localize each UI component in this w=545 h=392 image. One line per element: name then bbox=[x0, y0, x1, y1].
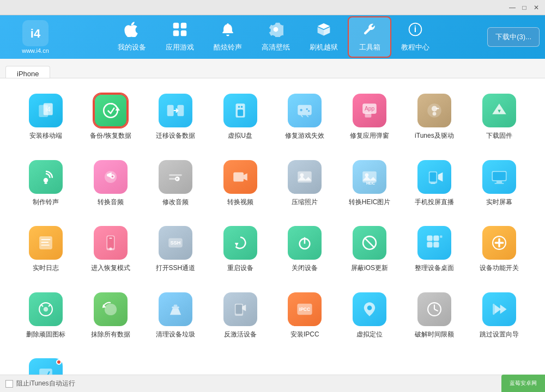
tool-screen-cast[interactable]: 手机投屏直播 bbox=[405, 156, 464, 211]
tool-icon-convert-audio bbox=[94, 160, 128, 194]
tool-migrate-data[interactable]: 迁移设备数据 bbox=[146, 89, 205, 145]
wrench-icon bbox=[362, 22, 377, 40]
tool-icon-block-ios-update bbox=[353, 226, 386, 260]
tool-icon-fix-game bbox=[288, 94, 322, 127]
itunes-checkbox[interactable] bbox=[5, 380, 13, 388]
tool-icon-real-screen bbox=[482, 160, 516, 194]
tool-icon-virtual-udisk bbox=[223, 94, 257, 127]
tool-fix-game[interactable]: 修复游戏失效 bbox=[275, 89, 335, 145]
nav-item-wallpaper[interactable]: 高清壁纸 bbox=[252, 17, 300, 57]
svg-point-21 bbox=[306, 108, 308, 110]
tool-backup-restore[interactable]: 备份/恢复数据 bbox=[81, 89, 141, 145]
tool-compress-photo[interactable]: 压缩照片 bbox=[275, 156, 335, 211]
tool-icon-compress-photo bbox=[288, 160, 322, 194]
tool-label-screen-cast: 手机投屏直播 bbox=[415, 198, 454, 207]
close-button[interactable]: ✕ bbox=[532, 3, 541, 12]
apple-icon bbox=[124, 22, 140, 40]
tool-itunes-driver[interactable]: iTunes及驱动 bbox=[405, 89, 464, 145]
svg-rect-53 bbox=[41, 239, 51, 240]
svg-rect-59 bbox=[110, 238, 112, 239]
tool-convert-video[interactable]: 转换视频 bbox=[210, 156, 270, 211]
tool-recovery-mode[interactable]: 进入恢复模式 bbox=[81, 222, 141, 277]
tool-label-edit-audio: 修改音频 bbox=[162, 198, 189, 207]
tool-deactivate[interactable]: 反激活设备 bbox=[210, 288, 270, 344]
tool-real-log[interactable]: 实时日志 bbox=[16, 222, 76, 277]
maximize-button[interactable]: □ bbox=[520, 3, 529, 12]
tool-delete-stubborn[interactable]: 删除顽固图标 bbox=[16, 288, 76, 344]
tool-icon-convert-heic: HEIC bbox=[353, 160, 386, 194]
tool-device-function[interactable]: 设备功能开关 bbox=[469, 222, 529, 277]
nav-item-toolbox[interactable]: 工具箱 bbox=[348, 16, 391, 58]
download-button[interactable]: 下载中(3)... bbox=[487, 27, 540, 47]
tool-virtual-udisk[interactable]: 虚拟U盘 bbox=[210, 89, 270, 145]
tool-icon-download-firmware: ▼ bbox=[482, 94, 516, 127]
tool-install-mobile[interactable]: i4 安装移动端 bbox=[16, 89, 76, 145]
nav-item-my-device[interactable]: 我的设备 bbox=[108, 17, 156, 57]
tool-restart-device[interactable]: 重启设备 bbox=[210, 222, 270, 277]
box-icon bbox=[316, 22, 331, 40]
tool-clean-junk[interactable]: 清理设备垃圾 bbox=[146, 288, 205, 344]
tool-label-delete-stubborn: 删除顽固图标 bbox=[26, 330, 65, 339]
tool-icon-convert-video bbox=[223, 160, 257, 194]
nav-item-tutorial[interactable]: i 教程中心 bbox=[391, 17, 439, 57]
tool-real-screen[interactable]: 实时屏幕 bbox=[469, 156, 529, 211]
nav-item-app-game[interactable]: 应用游戏 bbox=[156, 17, 204, 57]
tool-icon-clean-junk bbox=[159, 292, 192, 326]
tool-icon-migrate-data bbox=[159, 94, 192, 127]
itunes-label: 阻止iTunes自动运行 bbox=[16, 379, 75, 388]
tool-install-ipcc[interactable]: IPCC 安装IPCC bbox=[275, 288, 335, 344]
nav-label-tutorial: 教程中心 bbox=[401, 42, 429, 52]
svg-rect-77 bbox=[172, 307, 179, 308]
svg-text:i4: i4 bbox=[46, 106, 51, 113]
nav-item-jailbreak[interactable]: 刷机越狱 bbox=[300, 17, 348, 57]
svg-text:i: i bbox=[414, 24, 416, 34]
svg-rect-14 bbox=[167, 105, 174, 116]
tool-label-break-time: 破解时间限额 bbox=[415, 330, 454, 339]
tool-label-real-log: 实时日志 bbox=[33, 264, 59, 273]
tool-label-ssh-tunnel: 打开SSH通道 bbox=[156, 264, 196, 273]
tool-icon-screen-cast bbox=[417, 160, 451, 194]
tool-label-install-mobile: 安装移动端 bbox=[29, 132, 62, 140]
nav-label-jailbreak: 刷机越狱 bbox=[310, 42, 338, 52]
tool-icon-itunes-driver bbox=[417, 94, 451, 127]
svg-point-19 bbox=[240, 106, 242, 108]
tool-icon-device-function bbox=[482, 226, 516, 260]
tool-make-ringtone[interactable]: 制作铃声 bbox=[16, 156, 76, 211]
tool-icon-edit-audio bbox=[159, 160, 192, 194]
tab-iphone[interactable]: iPhone bbox=[5, 66, 50, 78]
tool-edit-audio[interactable]: 修改音频 bbox=[146, 156, 205, 211]
nav-item-ringtone[interactable]: 酷炫铃声 bbox=[204, 17, 252, 57]
svg-point-83 bbox=[367, 305, 372, 310]
tool-fix-popup[interactable]: App 修复应用弹窗 bbox=[340, 89, 399, 145]
tool-ssh-tunnel[interactable]: SSH 打开SSH通道 bbox=[146, 222, 205, 277]
tool-backup-guide[interactable]: 备份引导区数据 bbox=[16, 354, 76, 375]
svg-text:App: App bbox=[365, 106, 374, 112]
tool-icon-erase-all bbox=[94, 292, 128, 326]
tool-label-restart-device: 重启设备 bbox=[227, 264, 253, 273]
svg-text:▼: ▼ bbox=[496, 108, 501, 114]
logo-url: www.i4.cn bbox=[22, 47, 49, 54]
tool-convert-audio[interactable]: 转换音频 bbox=[81, 156, 141, 211]
minimize-button[interactable]: — bbox=[508, 3, 517, 12]
svg-rect-69 bbox=[433, 242, 439, 247]
tool-convert-heic[interactable]: HEIC 转换HEIC图片 bbox=[340, 156, 399, 211]
tool-icon-delete-stubborn bbox=[29, 292, 63, 326]
svg-marker-13 bbox=[116, 107, 120, 111]
tool-break-time[interactable]: 破解时间限额 bbox=[405, 288, 464, 344]
tool-label-virtual-location: 虚拟定位 bbox=[356, 330, 383, 339]
tool-shutdown-device[interactable]: 关闭设备 bbox=[275, 222, 335, 277]
tool-block-ios-update[interactable]: 屏蔽iOS更新 bbox=[340, 222, 399, 277]
tool-label-real-screen: 实时屏幕 bbox=[486, 198, 512, 207]
svg-rect-68 bbox=[427, 242, 432, 247]
tool-download-firmware[interactable]: ▼ 下载固件 bbox=[469, 89, 529, 145]
svg-point-29 bbox=[432, 112, 436, 116]
tool-label-organize-desktop: 整理设备桌面 bbox=[415, 264, 454, 273]
tool-erase-all[interactable]: 抹除所有数据 bbox=[81, 288, 141, 344]
tool-skip-setup[interactable]: 跳过设置向导 bbox=[469, 288, 529, 344]
gear-icon bbox=[268, 22, 283, 40]
tool-icon-make-ringtone bbox=[29, 160, 63, 194]
tool-virtual-location[interactable]: 虚拟定位 bbox=[340, 288, 399, 344]
tool-organize-desktop[interactable]: 整理设备桌面 bbox=[405, 222, 464, 277]
nav-label-my-device: 我的设备 bbox=[118, 42, 146, 52]
svg-rect-66 bbox=[427, 236, 432, 241]
